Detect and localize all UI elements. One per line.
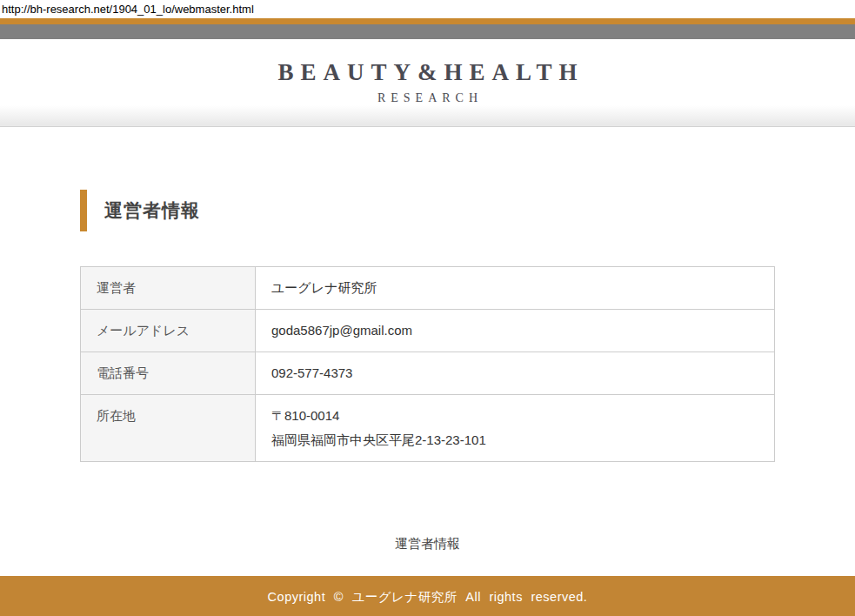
page-title: 運営者情報 xyxy=(104,198,200,223)
address-line-2: 福岡県福岡市中央区平尾2-13-23-101 xyxy=(271,428,758,452)
main-content: 運営者情報 運営者 ユーグレナ研究所 メールアドレス goda5867jp@gm… xyxy=(0,190,855,462)
site-logo[interactable]: BEAUTY&HEALTH RESEARCH xyxy=(0,60,855,104)
row-value-cell: 〒810-0014 福岡県福岡市中央区平尾2-13-23-101 xyxy=(256,395,775,462)
section-heading: 運営者情報 xyxy=(80,190,855,231)
address-line-1: 〒810-0014 xyxy=(271,404,758,428)
footer-nav: 運営者情報 xyxy=(0,536,855,552)
row-label-cell: 電話番号 xyxy=(81,352,256,395)
table-row-operator: 運営者 ユーグレナ研究所 xyxy=(81,267,775,310)
row-label-cell: 所在地 xyxy=(81,395,256,462)
logo-title: BEAUTY&HEALTH xyxy=(7,60,855,86)
logo-subtitle: RESEARCH xyxy=(5,91,855,104)
table-row-address: 所在地 〒810-0014 福岡県福岡市中央区平尾2-13-23-101 xyxy=(81,395,775,462)
row-label-cell: メールアドレス xyxy=(81,310,256,352)
row-label-cell: 運営者 xyxy=(81,267,256,310)
row-value-cell: 092-577-4373 xyxy=(256,352,775,395)
row-value-cell: goda5867jp@gmail.com xyxy=(256,310,775,352)
top-gold-divider xyxy=(0,18,855,24)
copyright-bar: Copyright © ユーグレナ研究所 All rights reserved… xyxy=(0,576,855,616)
accent-bar xyxy=(80,190,87,231)
footer-link-operator-info[interactable]: 運営者情報 xyxy=(395,536,460,551)
table-row-email: メールアドレス goda5867jp@gmail.com xyxy=(81,310,775,352)
row-value-cell: ユーグレナ研究所 xyxy=(256,267,775,310)
url-text: http://bh-research.net/1904_01_lo/webmas… xyxy=(0,0,855,18)
top-gray-bar xyxy=(0,24,855,39)
table-row-phone: 電話番号 092-577-4373 xyxy=(81,352,775,395)
operator-info-table: 運営者 ユーグレナ研究所 メールアドレス goda5867jp@gmail.co… xyxy=(80,266,775,462)
copyright-text: Copyright © ユーグレナ研究所 All rights reserved… xyxy=(268,590,588,604)
site-header: BEAUTY&HEALTH RESEARCH xyxy=(0,39,855,127)
